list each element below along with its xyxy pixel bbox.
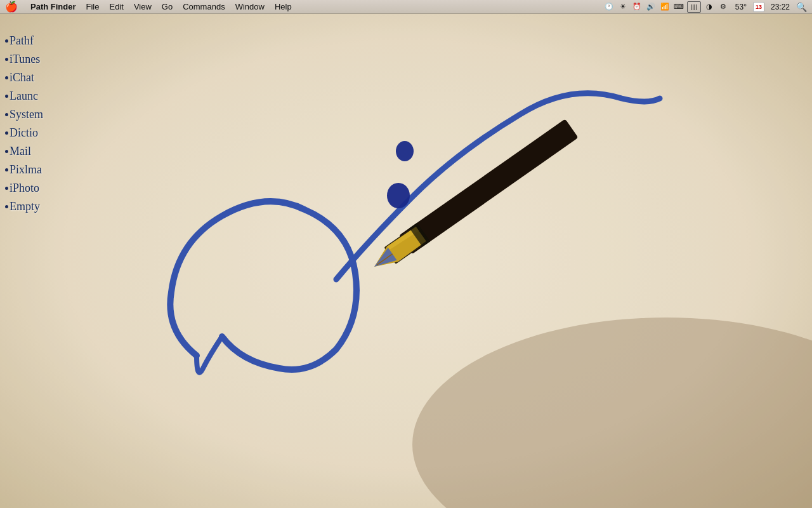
sidebar-icons: PathfiTunesiChatLauncSystemDictioMailPix… — [0, 25, 57, 222]
desktop-icon-empty[interactable]: Empty — [0, 197, 57, 216]
desktop-icon-system[interactable]: System — [0, 105, 57, 124]
icon-label: System — [10, 108, 43, 121]
icon-dot — [5, 168, 8, 171]
svg-point-4 — [387, 183, 410, 208]
battery-icon[interactable]: |||| — [687, 1, 701, 13]
desktop-icon-mail[interactable]: Mail — [0, 142, 57, 161]
icon-label: Pathf — [10, 34, 34, 48]
temperature-display: 53° — [731, 3, 750, 11]
icon-dot — [5, 187, 8, 190]
volume-icon[interactable]: 🔊 — [645, 1, 657, 13]
icon-dot — [5, 39, 8, 43]
icon-label: iPhoto — [10, 182, 39, 195]
halfmoon-icon[interactable]: ◑ — [704, 1, 715, 13]
menubar: 🍎 Path Finder File Edit View Go Commands… — [0, 0, 812, 14]
menu-go[interactable]: Go — [157, 0, 178, 14]
desktop-icon-launc[interactable]: Launc — [0, 87, 57, 105]
clock-icon[interactable]: ⏰ — [631, 1, 643, 13]
icon-dot — [5, 76, 8, 79]
calendar-icon[interactable]: 13 — [753, 2, 764, 12]
icon-label: Dictio — [10, 126, 38, 140]
icon-label: Mail — [10, 145, 31, 158]
wifi-icon[interactable]: 📶 — [659, 1, 671, 13]
icon-dot — [5, 95, 8, 98]
icon-label: Empty — [10, 200, 40, 213]
icon-label: iTunes — [10, 53, 40, 66]
desktop-icon-ichat[interactable]: iChat — [0, 69, 57, 87]
menu-edit[interactable]: Edit — [104, 0, 128, 14]
menu-view[interactable]: View — [129, 0, 157, 14]
icon-dot — [5, 58, 8, 61]
clock-display: 23:22 — [767, 3, 794, 11]
icon-label: Launc — [10, 90, 38, 103]
spotlight-icon[interactable]: 🔍 — [796, 2, 807, 12]
icon-dot — [5, 150, 8, 153]
keyboard-icon[interactable]: ⌨ — [673, 1, 684, 13]
time-machine-icon[interactable]: 🕐 — [603, 1, 615, 13]
icon-label: Pixlma — [10, 163, 42, 177]
brightness-icon[interactable]: ☀ — [617, 1, 629, 13]
menu-commands[interactable]: Commands — [178, 0, 230, 14]
desktop-icon-iphoto[interactable]: iPhoto — [0, 179, 57, 197]
background-image — [0, 0, 812, 508]
desktop-icon-itunes[interactable]: iTunes — [0, 50, 57, 69]
menu-window[interactable]: Window — [230, 0, 270, 14]
icon-label: iChat — [10, 71, 34, 84]
desktop-icon-pixlma[interactable]: Pixlma — [0, 161, 57, 179]
menu-file[interactable]: File — [81, 0, 105, 14]
menu-help[interactable]: Help — [270, 0, 297, 14]
apple-menu[interactable]: 🍎 — [5, 1, 18, 13]
icon-dot — [5, 113, 8, 116]
desktop-icon-dictio[interactable]: Dictio — [0, 124, 57, 142]
desktop-icon-pathf[interactable]: Pathf — [0, 32, 57, 50]
icon-dot — [5, 131, 8, 135]
desktop: 🍎 Path Finder File Edit View Go Commands… — [0, 0, 812, 508]
menu-app-name[interactable]: Path Finder — [25, 0, 81, 14]
menu-tray: 🕐 ☀ ⏰ 🔊 📶 ⌨ |||| ◑ ⚙ 53° 13 23:22 🔍 — [603, 1, 807, 13]
svg-point-3 — [396, 141, 414, 161]
icon-dot — [5, 205, 8, 208]
activity-icon[interactable]: ⚙ — [717, 1, 729, 13]
